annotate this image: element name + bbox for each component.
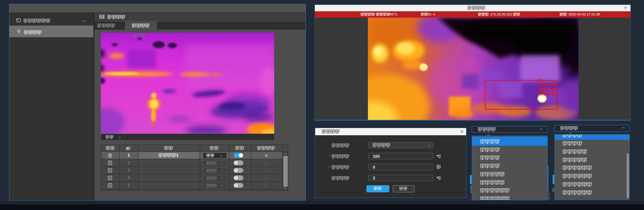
svg-text:MIN:25.0C: MIN:25.0C [538,88,556,92]
svg-text:MAX:45/6C: MAX:45/6C [538,83,557,87]
svg-text:-9.7°C: -9.7°C [133,33,146,38]
svg-text:ID:4: ID:4 [538,79,545,83]
svg-text:AVG:28.9C: AVG:28.9C [538,92,557,96]
